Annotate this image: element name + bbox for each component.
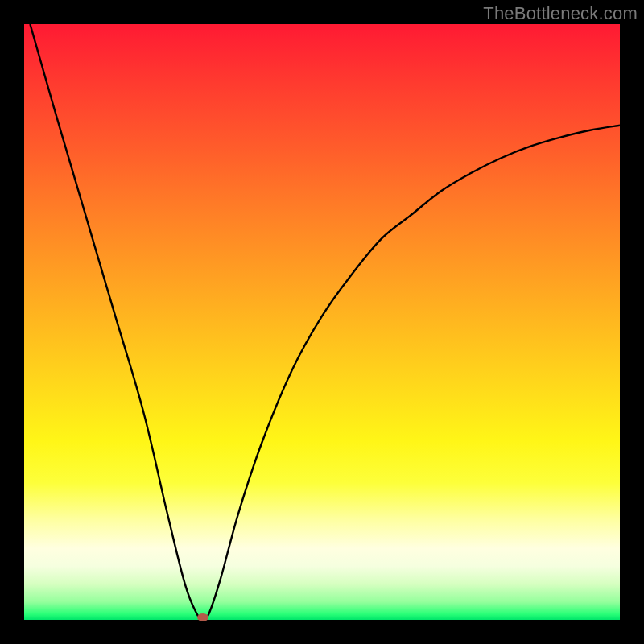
- optimum-marker: [197, 613, 208, 621]
- curve-svg: [24, 24, 620, 620]
- watermark-text: TheBottleneck.com: [483, 3, 638, 24]
- chart-frame: TheBottleneck.com: [0, 0, 644, 644]
- plot-area: [24, 24, 620, 620]
- bottleneck-curve: [30, 24, 620, 620]
